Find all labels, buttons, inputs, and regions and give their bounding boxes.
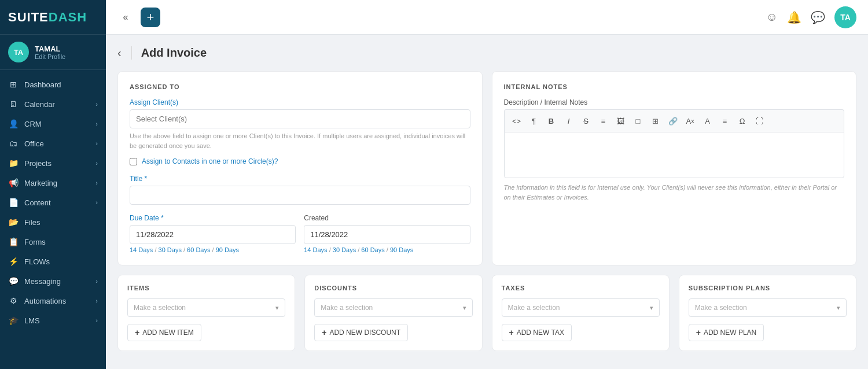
bold-button[interactable]: B: [544, 113, 559, 128]
sidebar-item-automations[interactable]: ⚙ Automations ›: [0, 291, 106, 311]
marketing-icon: 📢: [8, 178, 19, 187]
created-date-shortcuts: 14 Days 30 Days 60 Days 90 Days: [304, 246, 470, 253]
taxes-select[interactable]: Make a selection ▾: [502, 298, 660, 317]
discounts-title: DISCOUNTS: [314, 285, 472, 291]
back-button[interactable]: ‹: [117, 46, 122, 60]
sidebar-item-files[interactable]: 📂 Files: [0, 212, 106, 232]
sidebar-item-calendar[interactable]: 🗓 Calendar ›: [0, 94, 106, 114]
forms-icon: 📋: [8, 237, 19, 246]
sidebar-item-crm[interactable]: 👤 CRM ›: [0, 114, 106, 134]
italic-button[interactable]: I: [561, 113, 576, 128]
sidebar: SUITEDASH TA TAMAL Edit Profile ⊞ Dashbo…: [0, 0, 106, 369]
created-date-input[interactable]: [304, 225, 470, 244]
assign-hint: Use the above field to assign one or mor…: [130, 131, 470, 150]
assign-clients-label: Assign Client(s): [130, 98, 470, 106]
lms-icon: 🎓: [8, 316, 19, 325]
topbar: « + ☺ 🔔 💬 TA: [106, 0, 868, 35]
image-button[interactable]: 🖼: [613, 113, 628, 128]
chevron-right-icon: ›: [95, 120, 98, 127]
90-days-shortcut[interactable]: 90 Days: [212, 246, 239, 253]
discounts-card: DISCOUNTS Make a selection ▾ + ADD NEW D…: [304, 275, 482, 351]
files-icon: 📂: [8, 217, 19, 227]
14-days-shortcut[interactable]: 14 Days: [130, 246, 153, 253]
align-button[interactable]: ≡: [718, 113, 733, 128]
sidebar-item-marketing[interactable]: 📢 Marketing ›: [0, 173, 106, 193]
subscription-plans-title: SUBSCRIPTION PLANS: [689, 285, 847, 291]
sidebar-item-messaging[interactable]: 💬 Messaging ›: [0, 271, 106, 291]
60-days-shortcut[interactable]: 60 Days: [358, 246, 384, 253]
fullscreen-button[interactable]: ⛶: [752, 113, 767, 128]
sidebar-item-content[interactable]: 📄 Content ›: [0, 193, 106, 212]
sidebar-item-label: Dashboard: [24, 80, 61, 89]
strikethrough-button[interactable]: S: [579, 113, 594, 128]
sidebar-item-lms[interactable]: 🎓 LMS ›: [0, 311, 106, 330]
taxes-select-placeholder: Make a selection: [508, 304, 560, 312]
chevron-down-icon: ▾: [463, 304, 466, 312]
30-days-shortcut[interactable]: 30 Days: [329, 246, 356, 253]
logo-dash: DASH: [49, 10, 87, 25]
page-content: ‹ Add Invoice ASSIGNED TO Assign Client(…: [106, 35, 868, 369]
messages-icon[interactable]: 💬: [811, 10, 825, 24]
chevron-right-icon: ›: [95, 160, 98, 167]
add-new-button[interactable]: +: [141, 8, 160, 27]
internal-notes-title: INTERNAL NOTES: [504, 83, 845, 90]
font-color-button[interactable]: A: [700, 113, 715, 128]
sidebar-item-label: Content: [24, 198, 51, 207]
flows-icon: ⚡: [8, 257, 19, 266]
90-days-shortcut[interactable]: 90 Days: [387, 246, 413, 253]
subscription-plans-select-placeholder: Make a selection: [695, 304, 747, 312]
link-button[interactable]: 🔗: [665, 113, 681, 128]
user-avatar[interactable]: TA: [834, 6, 856, 28]
circles-link[interactable]: Circle(s)?: [248, 157, 278, 165]
chevron-right-icon: ›: [95, 199, 98, 206]
sidebar-item-forms[interactable]: 📋 Forms: [0, 232, 106, 252]
client-select-input[interactable]: [130, 109, 470, 128]
sidebar-item-projects[interactable]: 📁 Projects ›: [0, 153, 106, 173]
60-days-shortcut[interactable]: 60 Days: [183, 246, 210, 253]
assign-circles-checkbox[interactable]: [130, 158, 137, 165]
special-chars-button[interactable]: Ω: [735, 113, 750, 128]
chevron-right-icon: ›: [95, 317, 98, 324]
automations-icon: ⚙: [8, 296, 19, 305]
due-date-shortcuts: 14 Days 30 Days 60 Days 90 Days: [130, 246, 296, 253]
add-new-tax-button[interactable]: + ADD NEW TAX: [502, 324, 572, 341]
30-days-shortcut[interactable]: 30 Days: [155, 246, 181, 253]
add-new-plan-button[interactable]: + ADD NEW PLAN: [689, 324, 764, 341]
discounts-select[interactable]: Make a selection ▾: [314, 298, 472, 317]
notes-editor[interactable]: [504, 132, 845, 178]
subscription-plans-select[interactable]: Make a selection ▾: [689, 298, 847, 317]
help-icon[interactable]: ☺: [766, 10, 778, 24]
items-title: ITEMS: [127, 285, 285, 291]
collapse-sidebar-button[interactable]: «: [117, 9, 134, 25]
items-select[interactable]: Make a selection ▾: [127, 298, 285, 317]
list-button[interactable]: ≡: [596, 113, 611, 128]
edit-profile-link[interactable]: Edit Profile: [35, 53, 65, 60]
profile-section[interactable]: TA TAMAL Edit Profile: [0, 35, 106, 70]
chevron-right-icon: ›: [95, 297, 98, 304]
invoice-title-input[interactable]: [130, 186, 470, 205]
add-new-item-button[interactable]: + ADD NEW ITEM: [127, 324, 201, 341]
bell-icon[interactable]: 🔔: [787, 10, 801, 24]
add-new-discount-button[interactable]: + ADD NEW DISCOUNT: [314, 324, 408, 341]
sidebar-item-label: Calendar: [24, 100, 55, 109]
paragraph-button[interactable]: ¶: [527, 113, 542, 128]
taxes-card: TAXES Make a selection ▾ + ADD NEW TAX: [492, 275, 670, 351]
table-button[interactable]: ⊞: [648, 113, 663, 128]
sidebar-item-label: Marketing: [24, 179, 57, 187]
14-days-shortcut[interactable]: 14 Days: [304, 246, 327, 253]
chevron-right-icon: ›: [95, 140, 98, 147]
sidebar-item-office[interactable]: 🗂 Office ›: [0, 134, 106, 153]
sidebar-item-flows[interactable]: ⚡ FLOWs: [0, 252, 106, 271]
code-button[interactable]: <>: [509, 113, 524, 128]
subscript-button[interactable]: Ax: [683, 113, 698, 128]
sidebar-item-label: Forms: [24, 238, 46, 246]
items-select-placeholder: Make a selection: [134, 304, 186, 312]
media-button[interactable]: □: [631, 113, 646, 128]
dashboard-icon: ⊞: [8, 80, 19, 89]
clients-link[interactable]: Client(s): [152, 98, 178, 106]
taxes-title: TAXES: [502, 285, 660, 291]
sidebar-item-dashboard[interactable]: ⊞ Dashboard: [0, 75, 106, 94]
items-card: ITEMS Make a selection ▾ + ADD NEW ITEM: [117, 275, 295, 351]
due-date-input[interactable]: [130, 225, 296, 244]
sidebar-item-label: Automations: [24, 297, 66, 305]
